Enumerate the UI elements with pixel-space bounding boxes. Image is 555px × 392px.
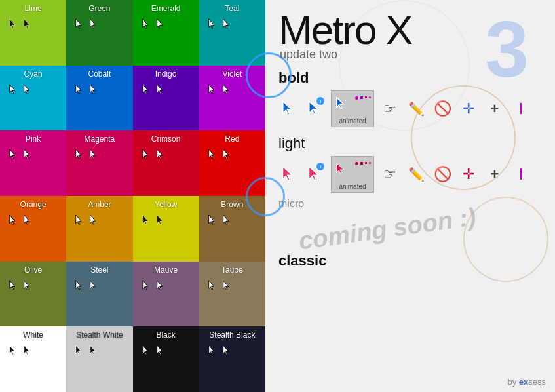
tile-cursors-steel <box>71 280 100 294</box>
color-tile-crimson[interactable]: Crimson <box>133 130 199 196</box>
bold-no-icon: 🚫 <box>432 98 453 119</box>
tile-cursors-cobalt <box>71 84 100 98</box>
tile-label-taupe: Taupe <box>204 265 260 275</box>
tile-cursor-emerald-1 <box>155 18 167 33</box>
tile-cursor-yellow-1 <box>155 214 167 229</box>
tile-cursors-black <box>138 345 167 359</box>
tile-label-red: Red <box>204 134 260 144</box>
color-tile-taupe[interactable]: Taupe <box>199 262 265 327</box>
bold-plus-icon: + <box>484 98 505 119</box>
tile-cursor-lime-1 <box>22 18 34 33</box>
color-tile-mauve[interactable]: Mauve <box>133 262 199 327</box>
tile-cursor-taupe-1 <box>221 280 233 294</box>
tile-cursor-indigo-1 <box>155 84 167 98</box>
tile-cursor-orange-0 <box>8 214 20 229</box>
tile-cursor-stealth-black-0 <box>207 345 219 359</box>
tile-cursor-black-1 <box>155 345 167 359</box>
tile-cursor-red-1 <box>221 149 233 163</box>
tile-cursor-teal-1 <box>221 18 233 33</box>
tile-cursors-pink <box>5 149 34 163</box>
tile-label-indigo: Indigo <box>138 69 194 79</box>
tile-cursors-crimson <box>138 149 167 163</box>
tile-cursors-cyan <box>5 84 34 98</box>
color-tile-emerald[interactable]: Emerald <box>133 0 199 66</box>
tile-cursor-green-1 <box>88 18 100 33</box>
tile-label-amber: Amber <box>71 200 127 209</box>
tile-label-lime: Lime <box>5 4 61 13</box>
color-tiles-grid: LimeGreenEmeraldTealCyanCobaltIndigoViol… <box>0 0 265 392</box>
bold-animated-box: animated <box>331 90 374 127</box>
color-tile-olive[interactable]: Olive <box>0 262 66 327</box>
tile-cursor-olive-1 <box>22 280 34 294</box>
tile-cursor-amber-1 <box>88 214 100 229</box>
tile-cursor-mauve-0 <box>141 280 153 294</box>
light-normal-cursor-icon <box>278 164 299 185</box>
color-tile-amber[interactable]: Amber <box>66 196 132 262</box>
tile-label-yellow: Yellow <box>138 200 194 209</box>
color-tile-green[interactable]: Green <box>66 0 132 66</box>
color-tile-cobalt[interactable]: Cobalt <box>66 66 132 131</box>
bold-hover-cursor-icon: i <box>305 98 326 119</box>
tile-label-violet: Violet <box>204 69 260 79</box>
tile-cursor-stealth-white-1 <box>88 345 100 359</box>
bold-hand-icon: ☞ <box>379 98 400 119</box>
color-tile-white[interactable]: White <box>0 326 66 392</box>
color-tile-teal[interactable]: Teal <box>199 0 265 66</box>
hover-badge: i <box>316 97 324 105</box>
tile-label-cobalt: Cobalt <box>71 69 127 79</box>
color-tile-orange[interactable]: Orange <box>0 196 66 262</box>
color-tile-violet[interactable]: Violet <box>199 66 265 131</box>
tile-cursor-green-0 <box>74 18 86 33</box>
tile-cursor-lime-0 <box>8 18 20 33</box>
tile-cursor-emerald-0 <box>141 18 153 33</box>
tile-cursor-cyan-1 <box>22 84 34 98</box>
tile-cursor-magenta-0 <box>74 149 86 163</box>
classic-section-label: classic <box>278 252 542 269</box>
color-tile-indigo[interactable]: Indigo <box>133 66 199 131</box>
tile-label-stealth-black: Stealth Black <box>204 330 260 340</box>
bold-cursor-row: i animated ☞ ✏️ <box>278 90 542 127</box>
bold-normal-cursor-icon <box>278 98 299 119</box>
tile-cursor-violet-0 <box>207 84 219 98</box>
tile-cursor-brown-0 <box>207 214 219 229</box>
tile-cursor-orange-1 <box>22 214 34 229</box>
tile-cursors-green <box>71 18 100 33</box>
light-text-cursor-icon: I <box>510 164 531 185</box>
light-move-icon: ✛ <box>458 164 479 185</box>
tile-cursor-amber-0 <box>74 214 86 229</box>
version-number: 3 <box>485 10 529 88</box>
light-cursor-row: i animated ☞ ✏️ <box>278 156 542 193</box>
color-tile-yellow[interactable]: Yellow <box>133 196 199 262</box>
tile-cursors-stealth-black <box>204 345 233 359</box>
tile-cursors-olive <box>5 280 34 294</box>
color-tile-stealth-white[interactable]: Stealth White <box>66 326 132 392</box>
tile-cursor-mauve-1 <box>155 280 167 294</box>
color-tile-steel[interactable]: Steel <box>66 262 132 327</box>
tile-cursors-amber <box>71 214 100 229</box>
color-tile-stealth-black[interactable]: Stealth Black <box>199 326 265 392</box>
tile-cursor-pink-0 <box>8 149 20 163</box>
tile-label-green: Green <box>71 4 127 13</box>
color-tile-cyan[interactable]: Cyan <box>0 66 66 131</box>
tile-label-brown: Brown <box>204 200 260 209</box>
tile-label-steel: Steel <box>71 265 127 275</box>
micro-section-label: micro <box>278 198 542 210</box>
light-pencil-icon: ✏️ <box>406 164 427 185</box>
color-tile-black[interactable]: Black <box>133 326 199 392</box>
color-tile-magenta[interactable]: Magenta <box>66 130 132 196</box>
tile-cursor-steel-1 <box>88 280 100 294</box>
color-tile-brown[interactable]: Brown <box>199 196 265 262</box>
tile-cursor-white-1 <box>22 345 34 359</box>
tile-cursors-teal <box>204 18 233 33</box>
light-animated-label: animated <box>339 183 366 190</box>
color-tile-pink[interactable]: Pink <box>0 130 66 196</box>
tile-cursor-stealth-black-1 <box>221 345 233 359</box>
tile-cursors-brown <box>204 214 233 229</box>
tile-label-teal: Teal <box>204 4 260 13</box>
color-tile-red[interactable]: Red <box>199 130 265 196</box>
color-tile-lime[interactable]: Lime <box>0 0 66 66</box>
tile-cursor-yellow-0 <box>141 214 153 229</box>
tile-cursors-orange <box>5 214 34 229</box>
light-hand-icon: ☞ <box>379 164 400 185</box>
right-panel: Metro X 3 update two bold i <box>265 0 555 392</box>
